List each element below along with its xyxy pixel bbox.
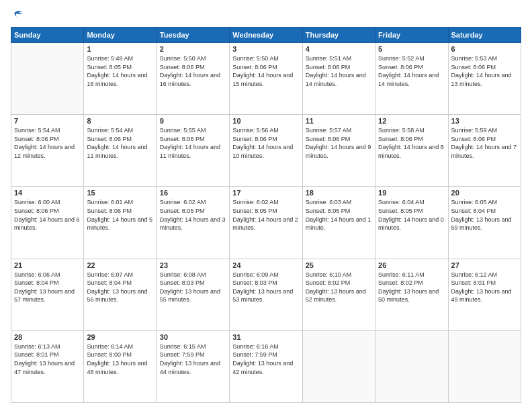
week-row-1: 1 Sunrise: 5:49 AM Sunset: 8:05 PM Dayli… — [11, 43, 521, 115]
cell-details: Sunrise: 5:59 AM Sunset: 8:06 PM Dayligh… — [451, 126, 518, 160]
weekday-header-saturday: Saturday — [448, 28, 521, 43]
cell-details: Sunrise: 6:00 AM Sunset: 8:06 PM Dayligh… — [14, 198, 81, 232]
day-number: 15 — [87, 189, 153, 197]
cell-details: Sunrise: 5:53 AM Sunset: 8:06 PM Dayligh… — [451, 54, 518, 88]
calendar-cell — [302, 330, 375, 402]
calendar-cell: 6 Sunrise: 5:53 AM Sunset: 8:06 PM Dayli… — [448, 43, 521, 115]
calendar-cell — [375, 330, 448, 402]
cell-details: Sunrise: 6:13 AM Sunset: 8:01 PM Dayligh… — [14, 342, 81, 376]
day-number: 29 — [87, 333, 153, 341]
cell-details: Sunrise: 6:10 AM Sunset: 8:02 PM Dayligh… — [306, 271, 372, 304]
day-number: 7 — [14, 117, 81, 125]
day-number: 13 — [451, 117, 518, 125]
calendar-cell: 1 Sunrise: 5:49 AM Sunset: 8:05 PM Dayli… — [84, 43, 157, 115]
cell-details: Sunrise: 6:09 AM Sunset: 8:03 PM Dayligh… — [232, 271, 299, 304]
cell-details: Sunrise: 6:02 AM Sunset: 8:05 PM Dayligh… — [232, 198, 299, 232]
day-number: 17 — [232, 189, 299, 197]
header — [11, 8, 521, 21]
cell-details: Sunrise: 6:14 AM Sunset: 8:00 PM Dayligh… — [87, 342, 153, 376]
calendar-cell: 27 Sunrise: 6:12 AM Sunset: 8:01 PM Dayl… — [448, 259, 521, 330]
weekday-header-thursday: Thursday — [302, 28, 375, 43]
calendar-table: SundayMondayTuesdayWednesdayThursdayFrid… — [11, 27, 521, 403]
calendar-cell: 31 Sunrise: 6:16 AM Sunset: 7:59 PM Dayl… — [230, 330, 302, 402]
calendar-cell: 19 Sunrise: 6:04 AM Sunset: 8:05 PM Dayl… — [375, 187, 448, 259]
day-number: 22 — [87, 261, 153, 269]
calendar-cell: 24 Sunrise: 6:09 AM Sunset: 8:03 PM Dayl… — [230, 259, 302, 330]
cell-details: Sunrise: 6:03 AM Sunset: 8:05 PM Dayligh… — [306, 198, 372, 232]
calendar-cell: 10 Sunrise: 5:56 AM Sunset: 8:06 PM Dayl… — [230, 115, 302, 187]
cell-details: Sunrise: 5:56 AM Sunset: 8:06 PM Dayligh… — [232, 126, 299, 160]
calendar-cell: 9 Sunrise: 5:55 AM Sunset: 8:06 PM Dayli… — [157, 115, 229, 187]
day-number: 12 — [378, 117, 445, 125]
day-number: 1 — [87, 45, 153, 53]
cell-details: Sunrise: 5:57 AM Sunset: 8:06 PM Dayligh… — [306, 126, 372, 160]
day-number: 30 — [160, 333, 226, 341]
day-number: 16 — [160, 189, 226, 197]
week-row-4: 21 Sunrise: 6:06 AM Sunset: 8:04 PM Dayl… — [11, 259, 521, 330]
week-row-2: 7 Sunrise: 5:54 AM Sunset: 8:06 PM Dayli… — [11, 115, 521, 187]
calendar-cell: 22 Sunrise: 6:07 AM Sunset: 8:04 PM Dayl… — [84, 259, 157, 330]
cell-details: Sunrise: 6:05 AM Sunset: 8:04 PM Dayligh… — [451, 198, 518, 232]
calendar-cell: 20 Sunrise: 6:05 AM Sunset: 8:04 PM Dayl… — [448, 187, 521, 259]
weekday-header-wednesday: Wednesday — [230, 28, 302, 43]
day-number: 3 — [232, 45, 299, 53]
cell-details: Sunrise: 5:50 AM Sunset: 8:06 PM Dayligh… — [160, 54, 226, 88]
cell-details: Sunrise: 6:02 AM Sunset: 8:05 PM Dayligh… — [160, 198, 226, 232]
week-row-3: 14 Sunrise: 6:00 AM Sunset: 8:06 PM Dayl… — [11, 187, 521, 259]
calendar-cell: 16 Sunrise: 6:02 AM Sunset: 8:05 PM Dayl… — [157, 187, 229, 259]
cell-details: Sunrise: 6:15 AM Sunset: 7:59 PM Dayligh… — [160, 342, 226, 376]
calendar-cell: 11 Sunrise: 5:57 AM Sunset: 8:06 PM Dayl… — [302, 115, 375, 187]
day-number: 19 — [378, 189, 445, 197]
calendar-cell: 17 Sunrise: 6:02 AM Sunset: 8:05 PM Dayl… — [230, 187, 302, 259]
calendar-cell: 8 Sunrise: 5:54 AM Sunset: 8:06 PM Dayli… — [84, 115, 157, 187]
calendar-cell: 23 Sunrise: 6:08 AM Sunset: 8:03 PM Dayl… — [157, 259, 229, 330]
week-row-5: 28 Sunrise: 6:13 AM Sunset: 8:01 PM Dayl… — [11, 330, 521, 402]
day-number: 28 — [14, 333, 81, 341]
cell-details: Sunrise: 6:11 AM Sunset: 8:02 PM Dayligh… — [378, 271, 445, 304]
day-number: 31 — [232, 333, 299, 341]
day-number: 11 — [306, 117, 372, 125]
day-number: 9 — [160, 117, 226, 125]
calendar-cell: 28 Sunrise: 6:13 AM Sunset: 8:01 PM Dayl… — [11, 330, 84, 402]
day-number: 24 — [232, 261, 299, 269]
calendar-cell — [448, 330, 521, 402]
cell-details: Sunrise: 6:04 AM Sunset: 8:05 PM Dayligh… — [378, 198, 445, 232]
cell-details: Sunrise: 5:49 AM Sunset: 8:05 PM Dayligh… — [87, 54, 153, 88]
calendar-cell: 26 Sunrise: 6:11 AM Sunset: 8:02 PM Dayl… — [375, 259, 448, 330]
cell-details: Sunrise: 6:07 AM Sunset: 8:04 PM Dayligh… — [87, 271, 153, 304]
cell-details: Sunrise: 5:50 AM Sunset: 8:06 PM Dayligh… — [232, 54, 299, 88]
calendar-cell: 3 Sunrise: 5:50 AM Sunset: 8:06 PM Dayli… — [230, 43, 302, 115]
day-number: 14 — [14, 189, 81, 197]
cell-details: Sunrise: 5:58 AM Sunset: 8:06 PM Dayligh… — [378, 126, 445, 160]
calendar-cell: 29 Sunrise: 6:14 AM Sunset: 8:00 PM Dayl… — [84, 330, 157, 402]
calendar-cell: 30 Sunrise: 6:15 AM Sunset: 7:59 PM Dayl… — [157, 330, 229, 402]
day-number: 6 — [451, 45, 518, 53]
weekday-header-monday: Monday — [84, 28, 157, 43]
calendar-cell: 21 Sunrise: 6:06 AM Sunset: 8:04 PM Dayl… — [11, 259, 84, 330]
cell-details: Sunrise: 5:54 AM Sunset: 8:06 PM Dayligh… — [14, 126, 81, 160]
logo — [11, 8, 26, 21]
cell-details: Sunrise: 6:08 AM Sunset: 8:03 PM Dayligh… — [160, 271, 226, 304]
cell-details: Sunrise: 5:51 AM Sunset: 8:06 PM Dayligh… — [306, 54, 372, 88]
calendar-cell — [11, 43, 84, 115]
day-number: 25 — [306, 261, 372, 269]
day-number: 4 — [306, 45, 372, 53]
cell-details: Sunrise: 6:01 AM Sunset: 8:06 PM Dayligh… — [87, 198, 153, 232]
day-number: 8 — [87, 117, 153, 125]
cell-details: Sunrise: 6:06 AM Sunset: 8:04 PM Dayligh… — [14, 271, 81, 304]
calendar-cell: 5 Sunrise: 5:52 AM Sunset: 8:06 PM Dayli… — [375, 43, 448, 115]
page: SundayMondayTuesdayWednesdayThursdayFrid… — [0, 0, 532, 411]
day-number: 2 — [160, 45, 226, 53]
calendar-cell: 4 Sunrise: 5:51 AM Sunset: 8:06 PM Dayli… — [302, 43, 375, 115]
calendar-cell: 18 Sunrise: 6:03 AM Sunset: 8:05 PM Dayl… — [302, 187, 375, 259]
cell-details: Sunrise: 5:55 AM Sunset: 8:06 PM Dayligh… — [160, 126, 226, 160]
day-number: 21 — [14, 261, 81, 269]
calendar-cell: 14 Sunrise: 6:00 AM Sunset: 8:06 PM Dayl… — [11, 187, 84, 259]
weekday-header-friday: Friday — [375, 28, 448, 43]
day-number: 18 — [306, 189, 372, 197]
cell-details: Sunrise: 5:52 AM Sunset: 8:06 PM Dayligh… — [378, 54, 445, 88]
calendar-cell: 12 Sunrise: 5:58 AM Sunset: 8:06 PM Dayl… — [375, 115, 448, 187]
weekday-header-sunday: Sunday — [11, 28, 84, 43]
day-number: 10 — [232, 117, 299, 125]
day-number: 5 — [378, 45, 445, 53]
